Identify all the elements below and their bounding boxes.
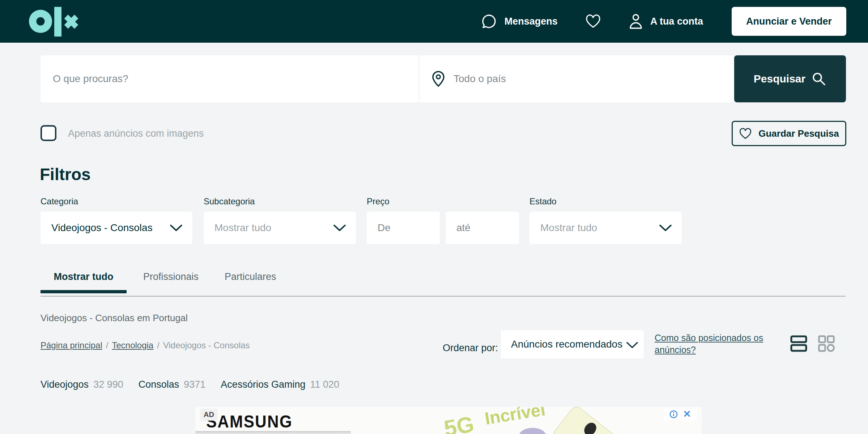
header-actions: Mensagens A tua conta Anunciar e Vender <box>481 0 846 43</box>
category-count-videojogos[interactable]: Videojogos 32 990 <box>41 379 123 390</box>
person-icon <box>629 13 643 30</box>
category-count: 9371 <box>184 379 205 390</box>
category-name: Videojogos <box>41 379 89 390</box>
ad-earbud-image <box>519 428 546 434</box>
breadcrumb-current: Videojogos - Consolas <box>163 340 250 350</box>
chevron-down-icon <box>659 224 672 232</box>
ad-positioning-link[interactable]: Como são posicionados os anúncios? <box>655 332 774 356</box>
search-button-label: Pesquisar <box>754 73 805 85</box>
images-only-checkbox[interactable] <box>41 125 56 141</box>
save-search-button[interactable]: Guardar Pesquisa <box>732 121 846 146</box>
ad-shadow-strip <box>195 431 351 434</box>
list-view-button[interactable] <box>790 335 807 354</box>
condition-value: Mostrar tudo <box>540 222 597 234</box>
account-label: A tua conta <box>650 16 703 27</box>
location-field[interactable] <box>420 55 733 102</box>
ad-tagline-incrivel: Incrível <box>484 407 547 429</box>
sort-dropdown[interactable]: Anúncios recomendados <box>501 330 644 358</box>
search-icon <box>811 71 826 86</box>
sort-label: Ordenar por: <box>443 342 498 354</box>
breadcrumb-separator: / <box>157 340 159 350</box>
category-dropdown[interactable]: Videojogos - Consolas <box>41 212 192 244</box>
sell-button[interactable]: Anunciar e Vender <box>732 7 846 36</box>
chevron-down-icon <box>626 341 639 349</box>
chevron-down-icon <box>169 224 183 232</box>
heart-icon <box>585 14 601 29</box>
grid-view-icon <box>818 335 835 352</box>
save-heart-icon <box>739 128 752 140</box>
account-link[interactable]: A tua conta <box>629 13 703 30</box>
price-label: Preço <box>367 196 390 207</box>
ad-banner[interactable]: AD SAMSUNG 5G Incrível ✕ <box>195 407 702 434</box>
tabs-divider <box>41 296 846 297</box>
location-input[interactable] <box>454 73 707 85</box>
save-search-label: Guardar Pesquisa <box>758 128 839 139</box>
ad-close-icon[interactable]: ✕ <box>683 409 691 419</box>
breadcrumb: Página principal/Tecnologia/Videojogos -… <box>41 340 250 350</box>
category-name: Acessórios Gaming <box>221 379 305 390</box>
category-count-consolas[interactable]: Consolas 9371 <box>139 379 206 390</box>
tab-mostrar-tudo[interactable]: Mostrar tudo <box>41 271 127 282</box>
condition-label: Estado <box>529 196 557 207</box>
tab-profissionais[interactable]: Profissionais <box>143 271 199 282</box>
location-pin-icon <box>431 70 446 88</box>
ad-tagline-5g: 5G <box>442 411 476 434</box>
subcategory-dropdown[interactable]: Mostrar tudo <box>204 212 356 244</box>
breadcrumb-separator: / <box>106 340 109 350</box>
images-only-label: Apenas anúncios com imagens <box>68 128 204 139</box>
chevron-down-icon <box>333 224 346 232</box>
tab-particulares[interactable]: Particulares <box>225 271 276 282</box>
favorites-link[interactable] <box>585 14 601 29</box>
messages-label: Mensagens <box>505 16 558 27</box>
active-tab-underline <box>41 290 127 293</box>
olx-search-page: Mensagens A tua conta Anunciar e Vender <box>0 0 868 434</box>
grid-view-button[interactable] <box>818 335 835 354</box>
header: Mensagens A tua conta Anunciar e Vender <box>0 0 868 43</box>
breadcrumb-home[interactable]: Página principal <box>41 340 102 350</box>
ad-phone-image <box>551 407 621 434</box>
category-counts: Videojogos 32 990 Consolas 9371 Acessóri… <box>41 379 354 390</box>
chat-bubble-icon <box>481 13 497 30</box>
category-label: Categoria <box>41 196 78 207</box>
filters-title: Filtros <box>40 165 91 184</box>
ad-brand-samsung: SAMSUNG <box>206 412 293 431</box>
ad-info-icon[interactable] <box>669 410 678 418</box>
ad-controls: ✕ <box>664 408 697 420</box>
category-count-acessorios[interactable]: Acessórios Gaming 11 020 <box>221 379 339 390</box>
sell-button-label: Anunciar e Vender <box>746 16 832 27</box>
sort-value: Anúncios recomendados <box>511 339 622 350</box>
messages-link[interactable]: Mensagens <box>481 13 558 30</box>
price-from-input[interactable] <box>367 212 440 244</box>
breadcrumb-tecnologia[interactable]: Tecnologia <box>112 340 153 350</box>
category-count: 11 020 <box>310 379 339 390</box>
ad-badge: AD <box>200 409 217 421</box>
olx-logo-icon <box>29 3 80 39</box>
category-count: 32 990 <box>93 379 123 390</box>
category-name: Consolas <box>139 379 179 390</box>
category-value: Videojogos - Consolas <box>51 222 153 234</box>
condition-dropdown[interactable]: Mostrar tudo <box>529 212 682 244</box>
search-button[interactable]: Pesquisar <box>734 55 846 102</box>
olx-logo[interactable] <box>29 3 80 41</box>
subcategory-value: Mostrar tudo <box>214 222 271 234</box>
results-location-line: Videojogos - Consolas em Portugal <box>41 312 188 324</box>
price-to-input[interactable] <box>446 212 519 244</box>
list-view-icon <box>790 335 807 352</box>
search-input[interactable] <box>41 55 418 102</box>
ad-phone-camera <box>582 420 599 434</box>
subcategory-label: Subcategoria <box>204 196 255 207</box>
